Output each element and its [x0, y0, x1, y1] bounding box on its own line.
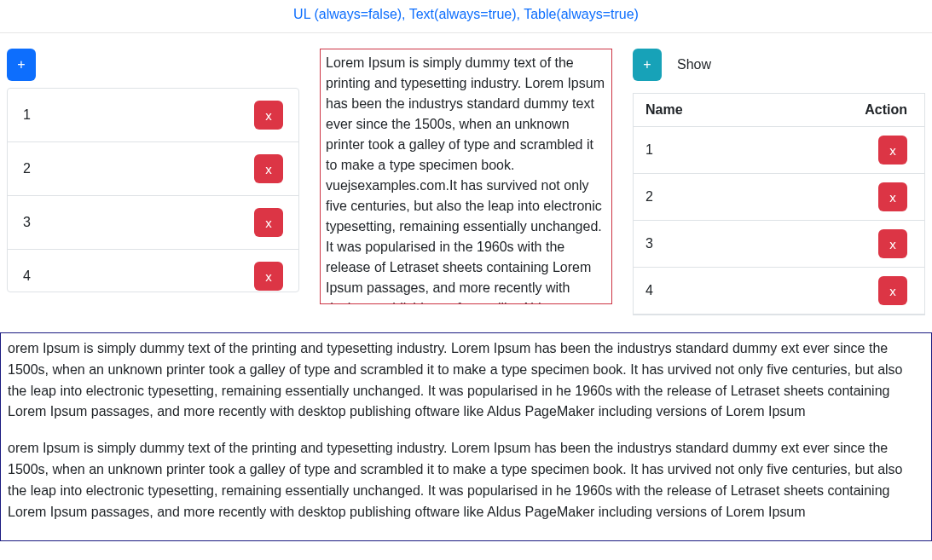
- table-toolbar: + Show: [633, 49, 925, 86]
- bottom-paragraph: orem Ipsum is simply dummy text of the p…: [8, 338, 924, 423]
- remove-row-button[interactable]: x: [878, 229, 907, 258]
- remove-row-button[interactable]: x: [878, 276, 907, 305]
- item-list[interactable]: 1 x 2 x 3 x 4 x: [7, 88, 299, 292]
- table-row: 1 x: [634, 127, 924, 174]
- remove-item-button[interactable]: x: [254, 208, 283, 237]
- list-item: 1 x: [8, 89, 298, 142]
- list-item: 2 x: [8, 142, 298, 196]
- list-item-label: 1: [23, 107, 31, 123]
- data-table: Name Action 1 x 2 x 3 x: [634, 94, 924, 315]
- bottom-text-panel[interactable]: orem Ipsum is simply dummy text of the p…: [0, 332, 932, 541]
- column-header-action: Action: [767, 94, 924, 127]
- add-list-item-button[interactable]: +: [7, 49, 36, 81]
- data-table-wrapper[interactable]: Name Action 1 x 2 x 3 x: [633, 93, 925, 315]
- remove-item-button[interactable]: x: [254, 262, 283, 291]
- cell-name: 2: [634, 174, 767, 221]
- remove-row-button[interactable]: x: [878, 182, 907, 211]
- cell-name: 1: [634, 127, 767, 174]
- main-container: + 1 x 2 x 3 x 4 x Lorem Ipsum is simply …: [0, 33, 932, 315]
- text-scroll-panel[interactable]: Lorem Ipsum is simply dummy text of the …: [320, 49, 612, 304]
- text-column: Lorem Ipsum is simply dummy text of the …: [320, 49, 612, 315]
- list-column: + 1 x 2 x 3 x 4 x: [7, 49, 299, 315]
- remove-item-button[interactable]: x: [254, 101, 283, 130]
- table-row: 2 x: [634, 174, 924, 221]
- table-header-row: Name Action: [634, 94, 924, 127]
- table-column: + Show Name Action 1 x 2: [633, 49, 925, 315]
- bottom-paragraph: orem Ipsum is simply dummy text of the p…: [8, 438, 924, 522]
- column-header-name: Name: [634, 94, 767, 127]
- page-title: UL (always=false), Text(always=true), Ta…: [0, 0, 932, 33]
- list-item-label: 4: [23, 268, 31, 284]
- list-item: 4 x: [8, 250, 298, 292]
- cell-name: 4: [634, 268, 767, 315]
- table-row: 3 x: [634, 221, 924, 268]
- remove-item-button[interactable]: x: [254, 154, 283, 183]
- show-toggle[interactable]: Show: [672, 57, 716, 72]
- remove-row-button[interactable]: x: [878, 136, 907, 165]
- add-table-row-button[interactable]: +: [633, 49, 662, 81]
- list-item-label: 2: [23, 161, 31, 176]
- list-item: 3 x: [8, 196, 298, 250]
- cell-name: 3: [634, 221, 767, 268]
- list-item-label: 3: [23, 215, 31, 230]
- table-row: 4 x: [634, 268, 924, 315]
